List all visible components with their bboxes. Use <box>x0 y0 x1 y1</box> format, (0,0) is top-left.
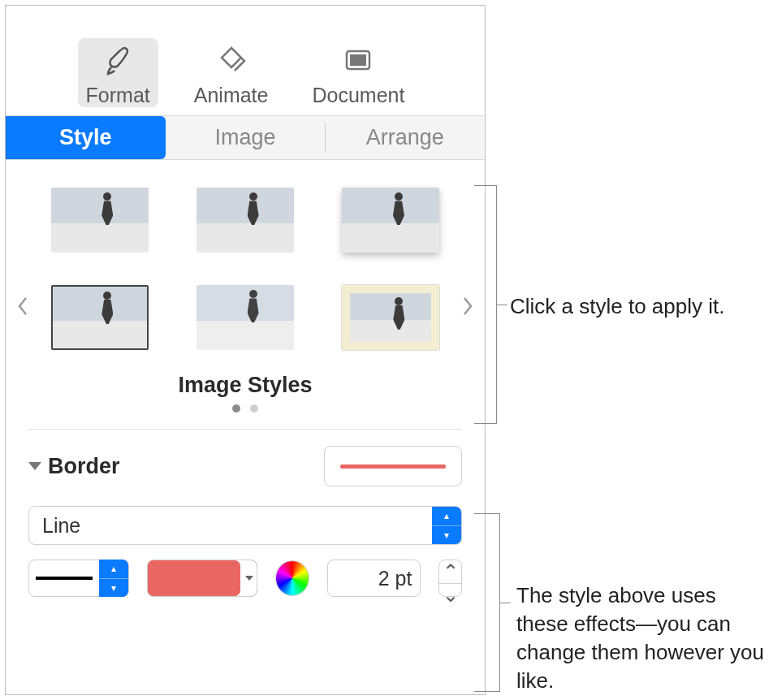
animate-icon <box>214 43 249 79</box>
style-thumbnail-5[interactable] <box>196 285 294 350</box>
pager-dot-1[interactable] <box>232 404 240 413</box>
stroke-style-select[interactable]: ▴ ▾ <box>28 560 129 597</box>
chevron-down-icon: ⌄ <box>439 584 461 607</box>
border-controls-row: ▴ ▾ 2 pt ⌃ ⌄ <box>28 560 462 597</box>
styles-grid <box>41 188 449 350</box>
inspector-toolbar: Format Animate Document <box>6 6 485 116</box>
border-preview-line <box>340 465 446 469</box>
inspector-tabs: Style Image Arrange <box>6 116 485 160</box>
border-label: Border <box>48 454 120 479</box>
image-styles-title: Image Styles <box>41 373 449 398</box>
tab-style[interactable]: Style <box>6 116 166 159</box>
chevron-down-icon <box>28 462 41 470</box>
border-width-field[interactable]: 2 pt <box>327 560 421 597</box>
document-label: Document <box>312 84 404 107</box>
figure-icon <box>97 192 117 233</box>
figure-icon <box>389 192 408 233</box>
chevron-up-icon: ▴ <box>99 560 128 579</box>
border-type-select[interactable]: Line ▴ ▾ <box>28 506 462 545</box>
animate-label: Animate <box>194 84 269 107</box>
callout-text-1: Click a style to apply it. <box>510 292 724 321</box>
style-thumbnail-1[interactable] <box>51 188 149 253</box>
callout-bracket-1 <box>474 185 497 424</box>
animate-button[interactable]: Animate <box>186 38 277 107</box>
border-section: Border Line ▴ ▾ ▴ ▾ 2 <box>6 430 485 611</box>
tab-image[interactable]: Image <box>166 116 326 159</box>
figure-icon <box>389 297 408 338</box>
border-type-value: Line <box>42 514 80 538</box>
figure-icon <box>97 292 117 332</box>
select-stepper[interactable]: ▴ ▾ <box>99 560 128 597</box>
callout-bracket-2 <box>474 513 500 692</box>
paintbrush-icon <box>100 43 136 79</box>
image-styles-area: Image Styles <box>6 160 485 429</box>
document-button[interactable]: Document <box>304 38 412 107</box>
border-color-swatch[interactable] <box>147 560 258 597</box>
style-thumbnail-4[interactable] <box>51 285 149 350</box>
format-label: Format <box>86 84 150 107</box>
stroke-preview <box>29 577 99 580</box>
select-stepper[interactable]: ▴ ▾ <box>432 507 461 544</box>
document-icon <box>340 43 376 79</box>
pager-dot-2[interactable] <box>250 404 258 413</box>
style-thumbnail-3[interactable] <box>342 188 439 253</box>
styles-prev-button[interactable] <box>12 290 33 322</box>
chevron-right-icon <box>462 296 473 316</box>
svg-rect-1 <box>350 54 366 66</box>
tab-arrange[interactable]: Arrange <box>325 116 485 159</box>
chevron-up-icon: ▴ <box>432 507 461 526</box>
format-button[interactable]: Format <box>78 38 158 107</box>
style-thumbnail-2[interactable] <box>196 188 294 253</box>
border-disclosure[interactable]: Border <box>28 454 120 479</box>
format-inspector-panel: Format Animate Document Style Image Arra… <box>5 5 486 695</box>
chevron-left-icon <box>17 296 28 316</box>
style-thumbnail-6[interactable] <box>342 285 439 350</box>
border-width-stepper[interactable]: ⌃ ⌄ <box>438 560 462 597</box>
color-wheel-button[interactable] <box>275 560 309 596</box>
border-style-preview[interactable] <box>324 446 462 486</box>
border-width-value: 2 pt <box>378 567 412 590</box>
figure-icon <box>244 290 263 331</box>
callout-text-2: The style above uses these effects—you c… <box>516 581 768 695</box>
chevron-down-icon: ▾ <box>432 526 461 545</box>
chevron-up-icon: ⌃ <box>439 560 461 584</box>
chevron-down-icon: ▾ <box>99 579 128 598</box>
border-header: Border <box>28 446 462 486</box>
styles-pager <box>41 404 449 413</box>
figure-icon <box>244 192 263 233</box>
